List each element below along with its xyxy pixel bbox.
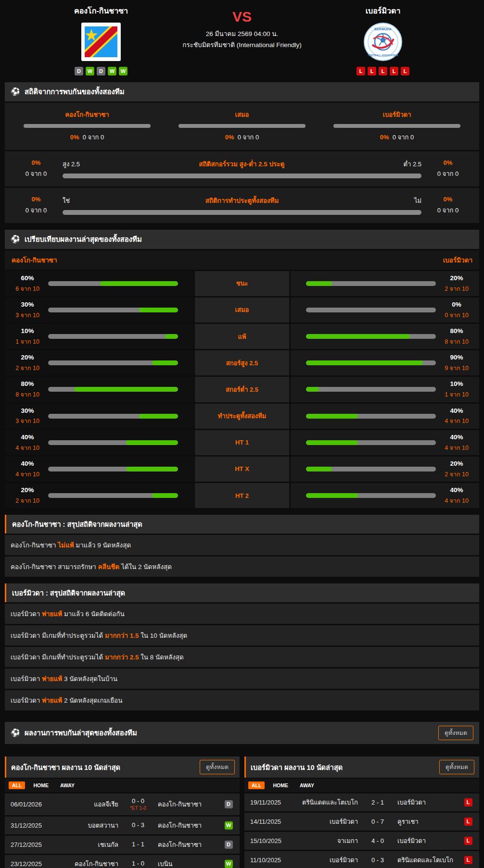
- home-team-crest: [81, 23, 121, 61]
- h2h-recent-title: ผลงานการพบกันล่าสุดของทั้งสองทีม: [25, 727, 137, 739]
- home-percent: 80%: [12, 379, 43, 390]
- away-percent: 40%: [441, 485, 472, 496]
- tab-all[interactable]: ALL: [248, 781, 265, 789]
- away-recent-view-all-button[interactable]: ดูทั้งหมด: [439, 760, 474, 774]
- away-bar: [306, 281, 436, 286]
- h2h-away-label: เบอร์มิวดา: [382, 110, 411, 120]
- away-summary-rows: เบอร์มิวดา พ่ายแพ้ มาแล้ว 6 นัดติดต่อกัน…: [5, 604, 479, 710]
- home-bar: [48, 467, 178, 471]
- comparison-home-cell: 20% 2 จาก 10: [5, 483, 193, 508]
- match-row[interactable]: 27/12/2025 เชเนกัล 1 - 1 คองโก-กินชาซา D: [5, 836, 240, 854]
- home-summary-section: คองโก-กินชาซา : สรุปสถิติจากผลงานล่าสุด …: [5, 515, 479, 577]
- match-home-team: คองโก-กินชาซา: [55, 859, 122, 868]
- comparison-away-cell: 20% 2 จาก 10: [291, 271, 479, 296]
- comparison-label-cell: สกอร์สูง 2.5: [195, 350, 289, 375]
- home-count: 2 จาก 10: [12, 363, 43, 373]
- away-count: 0 จาก 10: [441, 310, 472, 321]
- h2h-draw-bar: [178, 124, 306, 128]
- dr-congo-flag-icon: [85, 26, 117, 57]
- home-percent: 40%: [12, 459, 43, 470]
- match-row[interactable]: 23/12/2025 คองโก-กินชาซา 1 - 0 เบนิน W: [5, 855, 240, 868]
- form-badge-l: L: [357, 67, 365, 75]
- match-row[interactable]: 31/12/2025 บอตสวานา 0 - 3 คองโก-กินชาซา …: [5, 817, 240, 834]
- comparison-home-cell: 20% 2 จาก 10: [5, 350, 193, 375]
- comparison-away-cell: 40% 4 จาก 10: [291, 483, 479, 508]
- away-percent: 40%: [441, 432, 472, 443]
- away-count: 9 จาก 10: [441, 363, 472, 373]
- ou-bar-area: สูง 2.5 สถิติสกอร์รวม สูง-ต่ำ 2.5 ประตู …: [63, 159, 421, 178]
- comparison-row-label: เสมอ: [232, 305, 252, 315]
- h2h-home-pct: 0%: [70, 134, 79, 141]
- comparison-row-label: ทำประตูทั้งสองทีม: [215, 411, 269, 421]
- away-count: 1 จาก 10: [441, 390, 472, 400]
- match-competition: กระชับมิตรทีมชาติ (International Friendl…: [173, 40, 311, 51]
- tab-all[interactable]: ALL: [9, 781, 25, 789]
- match-home-team: เบอร์มิวดา: [294, 817, 362, 827]
- match-row[interactable]: 19/11/2025 ตรินิแดดและโตเบโก 2 - 1 เบอร์…: [244, 794, 479, 811]
- match-date: 19/11/2025: [248, 799, 294, 806]
- form-badge-l: L: [379, 67, 387, 75]
- away-summary-header: เบอร์มิวดา : สรุปสถิติจากผลงานล่าสุด: [5, 583, 479, 602]
- comparison-home-cell: 30% 3 จาก 10: [5, 404, 193, 429]
- h2h-home-label: คองโก-กินชาซา: [65, 110, 109, 120]
- svg-text:FOOTBALL ASSOCIATION: FOOTBALL ASSOCIATION: [368, 54, 398, 57]
- h2h-stats-header: ⚽ สถิติจากการพบกันของทั้งสองทีม: [5, 82, 479, 101]
- home-summary-rows: คองโก-กินชาซา ไม่แพ้ มาแล้ว 9 นัดหลังสุด…: [5, 535, 479, 577]
- match-row[interactable]: 14/11/2025 เบอร์มิวดา 0 - 7 คูราเชา L: [244, 813, 479, 831]
- btts-left-pct: 0%: [10, 194, 63, 205]
- home-count: 4 จาก 10: [12, 470, 43, 480]
- comparison-home-cell: 40% 4 จาก 10: [5, 430, 193, 455]
- summary-row: เบอร์มิวดา พ่ายแพ้ 2 นัดหลังสุดเกมเยือน: [5, 690, 479, 710]
- comparison-away-name: เบอร์มิวดา: [443, 255, 472, 265]
- home-bar: [48, 493, 178, 498]
- match-away-team: เบอร์มิวดา: [394, 836, 461, 846]
- match-row[interactable]: 11/10/2025 เบอร์มิวดา 0 - 3 ตรินิแดดและโ…: [244, 851, 479, 868]
- away-bar: [306, 334, 436, 339]
- ou-left-count: 0 จาก 0: [10, 168, 63, 179]
- comparison-label-cell: เสมอ: [195, 298, 289, 322]
- match-date: 31/12/2025: [9, 822, 55, 829]
- h2h-home-col: คองโก-กินชาซา 0% 0 จาก 0: [10, 110, 165, 142]
- tab-away[interactable]: AWAY: [296, 781, 318, 789]
- h2h-recent-view-all-button[interactable]: ดูทั้งหมด: [438, 726, 473, 740]
- comparison-rows: 60% 6 จาก 10 ชนะ 20% 2 จาก 10 30% 3 จาก …: [5, 271, 479, 508]
- home-recent-view-all-button[interactable]: ดูทั้งหมด: [200, 760, 235, 774]
- away-form-badges: LLLLL: [357, 67, 409, 75]
- football-icon: ⚽: [11, 236, 20, 243]
- home-recent-tabs: ALLHOMEAWAY: [5, 779, 240, 792]
- comparison-row: 30% 3 จาก 10 เสมอ 0% 0 จาก 10: [5, 298, 479, 322]
- match-away-team: ตรินิแดดและโตเบโก: [394, 855, 461, 865]
- summary-row: คองโก-กินชาซา ไม่แพ้ มาแล้ว 9 นัดหลังสุด: [5, 535, 479, 555]
- away-count: 4 จาก 10: [441, 416, 472, 426]
- summary-row: คองโก-กินชาซา สามารถรักษา คลีนชีต ได้ใน …: [5, 557, 479, 577]
- comparison-label-cell: สกอร์ต่ำ 2.5: [195, 377, 289, 402]
- match-home-team: เบอร์มิวดา: [294, 855, 362, 865]
- comparison-row: 40% 4 จาก 10 HT 1 40% 4 จาก 10: [5, 430, 479, 455]
- home-count: 4 จาก 10: [12, 443, 43, 453]
- btts-right-pct: 0%: [421, 194, 474, 205]
- comparison-home-name: คองโก-กินชาซา: [12, 255, 57, 265]
- home-count: 6 จาก 10: [12, 284, 43, 294]
- result-badge: D: [225, 841, 233, 849]
- tab-away[interactable]: AWAY: [57, 781, 78, 789]
- home-bar: [48, 308, 178, 312]
- tab-home[interactable]: HOME: [269, 781, 292, 789]
- away-count: 2 จาก 10: [441, 470, 472, 480]
- away-percent: 20%: [441, 459, 472, 470]
- home-count: 3 จาก 10: [12, 416, 43, 426]
- comparison-away-cell: 90% 9 จาก 10: [291, 350, 479, 375]
- match-row[interactable]: 06/01/2026 แอลจีเรีย 0 - 0 *ET 1-0 คองโก…: [5, 794, 240, 815]
- match-date: 23/12/2025: [9, 860, 55, 868]
- page: คองโก-กินชาซา DWDWW VS 26 มีนาคม 2569 04…: [0, 0, 484, 868]
- tab-home[interactable]: HOME: [30, 781, 52, 789]
- ou-right-count: 0 จาก 0: [421, 168, 474, 179]
- away-recent-panel: เบอร์มิวดา ผลงาน 10 นัดล่าสุด ดูทั้งหมด …: [244, 756, 479, 868]
- comparison-row: 30% 3 จาก 10 ทำประตูทั้งสองทีม 40% 4 จาก…: [5, 404, 479, 429]
- match-score: 0 - 3: [362, 856, 394, 864]
- form-badge-w: W: [108, 67, 116, 75]
- btts-right-stat: 0% 0 จาก 0: [421, 194, 474, 216]
- match-row[interactable]: 15/10/2025 จาเมกา 4 - 0 เบอร์มิวดา L: [244, 832, 479, 850]
- comparison-label-cell: ชนะ: [195, 271, 289, 296]
- away-count: 8 จาก 10: [441, 337, 472, 347]
- match-away-team: คองโก-กินชาซา: [154, 820, 221, 831]
